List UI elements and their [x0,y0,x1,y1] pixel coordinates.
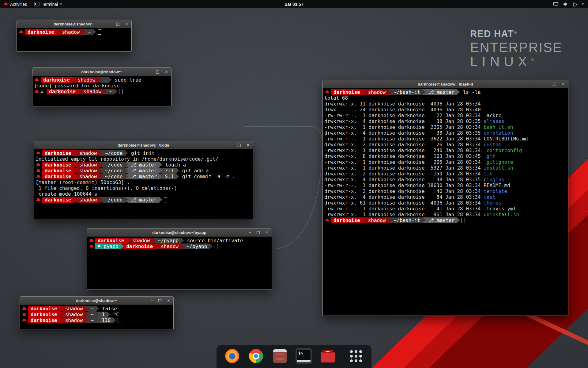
close-button[interactable]: × [167,297,170,305]
prompt-segment-stat: ?:1 [162,168,176,174]
minimize-button[interactable]: – [249,228,251,236]
prompt-segment-path: ~ [101,77,109,83]
prompt-segment-user: darknoise [25,29,57,35]
powerline-arrow-icon [181,238,184,243]
terminal-line: -rw-rw-r--. 1 darknoise darknoise 22 Jan… [324,113,567,118]
terminal-text: install.sh [484,165,513,171]
terminal-text: touch a [162,162,186,168]
powerline-arrow-icon [209,243,213,249]
terminal-line: darknoiseshadow~ [18,29,130,35]
powerline-arrow-icon [113,317,116,323]
terminal-content[interactable]: darknoiseshadow~ falsedarknoiseshadow~1 … [20,305,173,324]
maximize-button[interactable]: □ [553,80,556,88]
powerline-arrow-icon [100,150,103,156]
close-button[interactable]: × [125,20,128,28]
terminal-content[interactable]: darknoiseshadow~/bash-it⎇ master ls -lat… [323,88,568,224]
display-icon [553,2,558,6]
window-titlebar[interactable]: darknoise@shadow:~ – □ × [20,297,173,305]
prompt-segment-user: darknoise [331,217,363,223]
close-button[interactable]: × [562,80,565,88]
maximize-button[interactable]: □ [156,68,160,76]
app-menu-terminal[interactable]: Terminal ▾ [31,0,65,8]
terminal-text: -rw-rw-r--. 1 darknoise darknoise 41 Jan… [324,206,484,212]
terminal-text: -rwxrwxr-x. 1 darknoise darknoise 5327 J… [324,165,484,171]
minimize-button[interactable]: – [230,141,232,149]
system-status-area[interactable]: ▾ [549,0,588,8]
terminal-text: .ackrc [484,113,501,118]
chrome-icon[interactable] [248,348,264,364]
prompt-segment-path: ~/code [103,174,125,179]
window-titlebar[interactable]: darknoise@shadow:~/pyapp – □ × [87,228,272,237]
maximize-button[interactable]: □ [256,228,260,236]
terminal-line: drwxrwxr-x. 8 darknoise darknoise 163 Ja… [324,153,567,159]
file-cabinet-icon[interactable] [272,348,288,364]
firefox-icon[interactable] [224,348,240,364]
redhat-prompt-icon [36,169,40,173]
terminal-text: aliases [484,118,504,124]
powerline-arrow-icon [74,197,77,202]
terminal-text: drwxrwxr-x. 61 darknoise darknoise 4096 … [324,200,484,206]
close-button[interactable]: × [165,68,168,76]
terminal-text: -rwxrwxr-x. 1 darknoise darknoise 206 Ja… [324,159,484,165]
redhat-prompt-icon [89,239,93,243]
terminal-content[interactable]: darknoiseshadow~/code git initInitialize… [34,149,253,204]
minimize-button[interactable]: – [109,20,111,28]
prompt-segment-user: darknoise [42,162,74,168]
prompt-segment-user: darknoise [124,243,155,249]
prompt-segment-path: ~/bash-it [391,217,423,223]
powerline-arrow-icon [159,197,162,202]
maximize-button[interactable]: □ [116,20,120,28]
activities-button[interactable]: Activities [0,0,31,8]
terminal-content[interactable]: darknoiseshadow~ sudo true[sudo] passwor… [32,76,171,95]
window-titlebar[interactable]: darknoise@shadow:~ – □ × [17,20,131,28]
maximize-button[interactable]: □ [237,141,241,149]
prompt-segment-path: ~ [85,29,93,35]
minimize-button[interactable]: – [149,68,151,76]
prompt-segment-host: shadow [63,312,85,317]
prompt-segment-git: ⎇ master [426,89,457,95]
powerline-arrow-icon [363,89,366,95]
toolbox-icon[interactable] [319,348,336,364]
powerline-arrow-icon [125,162,128,167]
terminal-text: README.md [484,182,510,188]
powerline-arrow-icon [176,168,179,173]
terminal-icon[interactable]: $> [296,348,312,364]
terminal-text: .gitignore [484,159,513,165]
terminal-text: git commit -a -m . [179,174,235,179]
window-titlebar[interactable]: darknoise@shadow:~ – □ × [32,68,171,76]
terminal-line: drwxrwxr-x. 4 darknoise darknoise 38 Jan… [324,130,567,136]
terminal-text: -rwxrwxr-x. 1 darknoise darknoise 240 Ja… [324,148,484,153]
terminal-line: darknoiseshadow~ sudo true [34,77,170,83]
prompt-segment-user: darknoise [42,174,74,179]
terminal-line: darknoiseshadow~/pyapp source bin/activa… [89,238,270,243]
powerline-arrow-icon [388,217,391,223]
terminal-content[interactable]: darknoiseshadow~ [17,28,131,36]
prompt-segment-user: darknoise [28,317,60,323]
terminal-window-exitcodes: darknoise@shadow:~ – □ × darknoiseshadow… [20,296,174,329]
window-titlebar[interactable]: darknoise@shadow:~/code – □ × [34,141,253,149]
powerline-arrow-icon [96,317,99,323]
terminal-line: darknoiseshadow~1 ^C [21,312,172,317]
close-button[interactable]: × [246,141,250,149]
chevron-down-icon: ▾ [582,2,584,6]
redhat-prompt-icon [36,151,40,155]
powerline-arrow-icon [98,77,101,82]
terminal-text: . [484,101,487,107]
prompt-segment-git: ⎇ master [128,174,159,179]
maximize-button[interactable]: □ [158,297,162,305]
terminal-line: -rw-rw-r--. 1 darknoise darknoise 18630 … [324,182,567,188]
terminal-line: create mode 100644 a [36,191,251,197]
close-button[interactable]: × [265,228,269,236]
terminal-content[interactable]: darknoiseshadow~/pyapp source bin/activa… [87,237,272,250]
clock[interactable]: Sat 03:57 [0,2,588,7]
powerline-arrow-icon [74,168,77,173]
window-titlebar[interactable]: darknoise@shadow:~/bash-it – □ × [323,80,568,88]
terminal-text: false [99,306,117,312]
show-applications-icon[interactable] [348,348,364,364]
prompt-segment-user: darknoise [28,306,60,312]
redhat-prompt-icon [36,163,40,167]
minimize-button[interactable]: – [151,297,153,305]
terminal-text: git add a [179,168,209,174]
prompt-segment-user: darknoise [42,168,74,174]
minimize-button[interactable]: – [545,80,548,88]
